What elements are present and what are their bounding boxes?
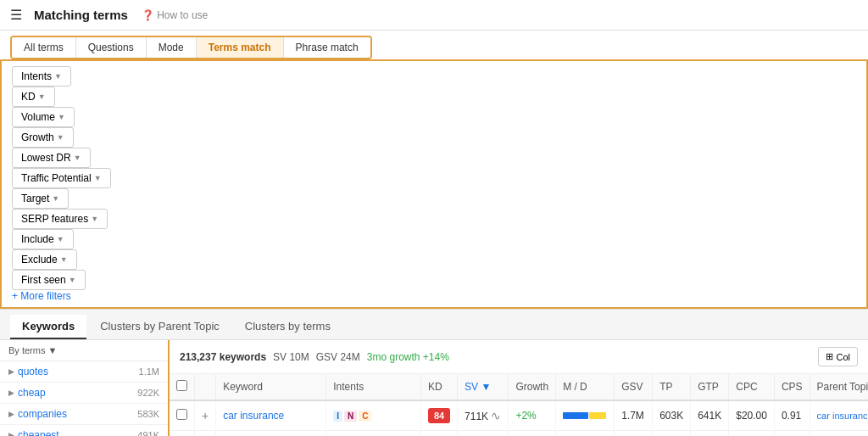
filters-row: Intents ▼KD ▼Volume ▼Growth ▼Lowest DR ▼… [0, 59, 868, 309]
col-header-plus[interactable] [195, 374, 216, 400]
parent-topic-link[interactable]: car insurance [817, 411, 868, 421]
kd-cell: 89 [421, 431, 458, 437]
columns-button[interactable]: ⊞ Col [818, 347, 858, 366]
filter-traffic-potential[interactable]: Traffic Potential ▼ [12, 168, 111, 188]
sidebar-count: 583K [137, 409, 159, 419]
gsv-stat: GSV 24M [316, 351, 360, 363]
how-to-link[interactable]: ❓ How to use [142, 9, 208, 21]
table-row: +car insuranceINC84711K ∿+2% 1.7M603K641… [170, 400, 868, 431]
tab-phrase-match[interactable]: Phrase match [284, 37, 370, 58]
kd-badge: 84 [428, 408, 450, 423]
arrow-icon: ▶ [8, 367, 14, 376]
cpc-cell: $30.00 [729, 431, 775, 437]
filter-include[interactable]: Include ▼ [12, 229, 74, 249]
col-header-md[interactable]: M / D [556, 374, 615, 400]
col-header-gtp[interactable]: GTP [691, 374, 729, 400]
filter-serp-features[interactable]: SERP features ▼ [12, 209, 108, 229]
col-header-growth[interactable]: Growth [509, 374, 556, 400]
sidebar-item[interactable]: ▶ quotes 1.1M [0, 361, 168, 383]
col-header-gsv[interactable]: GSV [615, 374, 653, 400]
filter-exclude[interactable]: Exclude ▼ [12, 249, 77, 270]
add-keyword-button[interactable]: + [202, 409, 209, 422]
sidebar: By terms ▼ ▶ quotes 1.1M ▶ cheap 922K ▶ … [0, 340, 170, 436]
sv-stat: SV 10M [273, 351, 309, 363]
md-bar-yellow [589, 412, 606, 419]
growth-cell: +2% [509, 431, 556, 437]
filter-first-seen[interactable]: First seen ▼ [12, 270, 86, 290]
md-bar [563, 412, 607, 419]
tab-terms-match[interactable]: Terms match [197, 37, 284, 58]
secondary-tabs: KeywordsClusters by Parent TopicClusters… [0, 310, 868, 340]
chevron-icon: ▼ [52, 194, 59, 203]
sec-tab-keywords[interactable]: Keywords [10, 315, 86, 339]
sidebar-item[interactable]: ▶ companies 583K [0, 404, 168, 425]
sv-value: 711K [465, 411, 488, 422]
more-filters-button[interactable]: + More filters [12, 290, 856, 302]
tp-cell: 10K [653, 431, 691, 437]
sidebar-count: 1.1M [139, 366, 159, 377]
intents-cell: IC [326, 431, 421, 437]
sidebar-item-left: ▶ companies [8, 408, 67, 420]
filter-kd[interactable]: KD ▼ [12, 87, 55, 107]
tabs-section: All termsQuestionsModeTerms matchPhrase … [0, 31, 868, 310]
tab-mode[interactable]: Mode [147, 37, 197, 58]
keyword-cell: car insurance [216, 400, 326, 431]
filter-volume[interactable]: Volume ▼ [12, 107, 75, 127]
keyword-link[interactable]: car insurance [223, 410, 284, 422]
filter-lowest-dr[interactable]: Lowest DR ▼ [12, 148, 91, 168]
chevron-icon: ▼ [57, 133, 64, 142]
filter-growth[interactable]: Growth ▼ [12, 127, 74, 148]
cpc-value: $20.00 [736, 410, 767, 422]
col-header-cps[interactable]: CPS [774, 374, 810, 400]
keyword-cell: car insurance quotes [216, 431, 326, 437]
chevron-icon: ▼ [94, 174, 102, 182]
gtp-value: 641K [698, 410, 721, 422]
sidebar-keyword: quotes [18, 366, 48, 377]
sec-tab-clusters-by-parent-topic[interactable]: Clusters by Parent Topic [88, 315, 231, 339]
tab-questions[interactable]: Questions [76, 37, 147, 58]
sidebar-item[interactable]: ▶ cheap 922K [0, 383, 168, 404]
chevron-icon: ▼ [38, 92, 46, 101]
sv-cell: 444K ∿ [458, 431, 509, 437]
arrow-icon: ▶ [8, 431, 14, 436]
select-all-checkbox[interactable] [176, 380, 187, 391]
row-checkbox[interactable] [176, 409, 187, 420]
stats-row: 213,237 keywords SV 10M GSV 24M 3mo grow… [170, 340, 868, 374]
menu-icon[interactable]: ☰ [10, 7, 22, 23]
sidebar-item[interactable]: ▶ cheapest 491K [0, 425, 168, 436]
tp-value: 603K [659, 410, 683, 422]
gtp-cell: 736K [691, 431, 729, 437]
cpc-cell: $20.00 [729, 400, 775, 431]
keywords-table: KeywordIntentsKDSV ▼GrowthM / DGSVTPGTPC… [170, 374, 868, 436]
col-header-tp[interactable]: TP [653, 374, 691, 400]
chevron-icon: ▼ [58, 113, 65, 121]
growth-stat: 3mo growth +14% [367, 351, 449, 363]
col-header-intents[interactable]: Intents [326, 374, 421, 400]
chevron-icon: ▼ [54, 72, 62, 81]
sec-tab-clusters-by-terms[interactable]: Clusters by terms [233, 315, 342, 339]
keyword-count: 213,237 keywords [180, 351, 266, 363]
parent-topic-cell: compare comprehensive car insurance [810, 431, 868, 437]
gtp-cell: 641K [691, 400, 729, 431]
col-header-parent[interactable]: Parent Topic [810, 374, 868, 400]
table-body: +car insuranceINC84711K ∿+2% 1.7M603K641… [170, 400, 868, 436]
col-header-cpc[interactable]: CPC [729, 374, 775, 400]
gsv-cell: 749K [615, 431, 653, 437]
table-header: KeywordIntentsKDSV ▼GrowthM / DGSVTPGTPC… [170, 374, 868, 400]
col-header-sv[interactable]: SV ▼ [458, 374, 509, 400]
sidebar-header[interactable]: By terms ▼ [0, 340, 168, 361]
sidebar-keyword: companies [18, 408, 67, 420]
col-header-check [170, 374, 195, 400]
intents-cell: INC [326, 400, 421, 431]
filter-intents[interactable]: Intents ▼ [12, 66, 71, 87]
cps-cell: 0.91 [774, 400, 810, 431]
sidebar-item-left: ▶ cheapest [8, 429, 59, 436]
kd-cell: 84 [421, 400, 458, 431]
col-header-kd[interactable]: KD [421, 374, 458, 400]
chevron-icon: ▼ [57, 235, 64, 243]
tab-all-terms[interactable]: All terms [12, 37, 76, 58]
chevron-icon: ▼ [91, 215, 98, 223]
sidebar-count: 922K [137, 388, 159, 398]
col-header-keyword[interactable]: Keyword [216, 374, 326, 400]
filter-target[interactable]: Target ▼ [12, 188, 69, 209]
